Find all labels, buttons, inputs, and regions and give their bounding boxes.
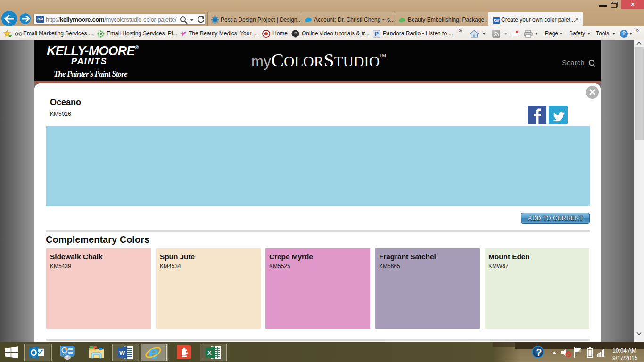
svg-text:W: W [119,349,125,356]
svg-text:X: X [207,349,212,356]
